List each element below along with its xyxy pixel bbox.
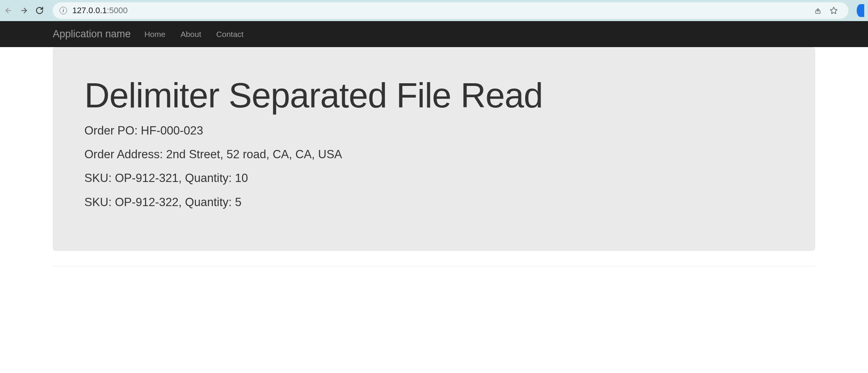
arrow-left-icon bbox=[4, 6, 12, 15]
nav-link-about[interactable]: About bbox=[180, 30, 201, 39]
url-display: 127.0.0.1:5000 bbox=[72, 6, 128, 15]
order-address-line: Order Address: 2nd Street, 52 road, CA, … bbox=[84, 146, 784, 162]
order-po-line: Order PO: HF-000-023 bbox=[84, 122, 784, 139]
nav-arrows bbox=[4, 6, 44, 15]
profile-avatar[interactable] bbox=[857, 4, 864, 17]
page-title: Delimiter Separated File Read bbox=[84, 77, 784, 114]
main-navbar: Application name Home About Contact bbox=[0, 21, 868, 47]
url-host: 127.0.0.1 bbox=[72, 6, 107, 15]
nav-link-contact[interactable]: Contact bbox=[216, 30, 243, 39]
arrow-right-icon bbox=[20, 6, 28, 15]
forward-button[interactable] bbox=[20, 6, 29, 15]
app-brand[interactable]: Application name bbox=[53, 28, 131, 40]
reload-button[interactable] bbox=[35, 6, 44, 15]
address-bar-actions bbox=[813, 6, 842, 15]
svg-marker-4 bbox=[830, 7, 837, 14]
jumbotron: Delimiter Separated File Read Order PO: … bbox=[53, 47, 815, 251]
content-wrapper: Delimiter Separated File Read Order PO: … bbox=[0, 47, 868, 266]
nav-links: Home About Contact bbox=[144, 30, 243, 39]
sku-line-2: SKU: OP-912-322, Quantity: 5 bbox=[84, 194, 784, 210]
browser-toolbar: i 127.0.0.1:5000 bbox=[0, 0, 868, 21]
back-button[interactable] bbox=[4, 6, 13, 15]
site-info-icon[interactable]: i bbox=[60, 7, 67, 14]
address-bar[interactable]: i 127.0.0.1:5000 bbox=[53, 2, 848, 19]
url-port: :5000 bbox=[107, 6, 128, 15]
bookmark-button[interactable] bbox=[830, 6, 838, 15]
nav-link-home[interactable]: Home bbox=[144, 30, 165, 39]
share-icon bbox=[814, 7, 822, 14]
star-icon bbox=[830, 6, 838, 15]
section-divider bbox=[53, 266, 815, 266]
share-button[interactable] bbox=[814, 6, 822, 15]
sku-line-1: SKU: OP-912-321, Quantity: 10 bbox=[84, 170, 784, 186]
reload-icon bbox=[35, 6, 44, 15]
